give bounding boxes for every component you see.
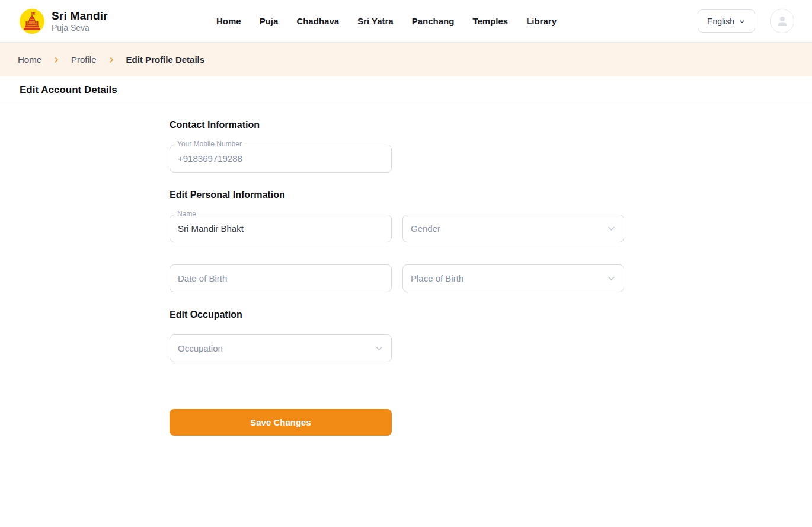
name-field: Name	[170, 215, 392, 242]
gender-select[interactable]: Gender	[402, 215, 624, 242]
user-icon	[775, 14, 790, 29]
chevron-down-icon	[375, 344, 383, 353]
chevron-down-icon	[607, 224, 616, 233]
header: Sri Mandir Puja Seva Home Puja Chadhava …	[0, 0, 812, 43]
breadcrumb-home[interactable]: Home	[18, 55, 41, 65]
name-label: Name	[175, 210, 199, 218]
save-changes-button[interactable]: Save Changes	[170, 409, 392, 436]
nav-item-home[interactable]: Home	[216, 16, 241, 26]
language-label: English	[707, 17, 734, 26]
section-heading-personal: Edit Personal Information	[170, 190, 812, 200]
page-title: Edit Account Details	[20, 84, 117, 96]
nav-item-temples[interactable]: Temples	[472, 16, 508, 26]
avatar[interactable]	[770, 9, 794, 33]
nav-item-chadhava[interactable]: Chadhava	[296, 16, 339, 26]
title-bar: Edit Account Details	[0, 76, 812, 104]
date-of-birth-input[interactable]	[170, 264, 392, 292]
gender-placeholder: Gender	[411, 223, 440, 234]
breadcrumb: Home Profile Edit Profile Details	[0, 43, 812, 76]
chevron-down-icon	[739, 18, 746, 25]
language-selector[interactable]: English	[698, 9, 755, 33]
breadcrumb-current: Edit Profile Details	[126, 55, 205, 65]
chevron-down-icon	[607, 274, 616, 283]
nav-item-library[interactable]: Library	[526, 16, 557, 26]
header-actions: English	[698, 9, 794, 33]
personal-information-section: Edit Personal Information Name Gender Pl…	[170, 190, 812, 292]
mobile-number-field: Your Mobile Number	[170, 145, 392, 173]
contact-information-section: Contact Information Your Mobile Number	[170, 120, 812, 173]
date-of-birth-field	[170, 264, 392, 292]
brand-text: Sri Mandir Puja Seva	[52, 9, 108, 33]
sri-mandir-logo-icon	[20, 9, 44, 34]
place-of-birth-placeholder: Place of Birth	[411, 273, 463, 283]
section-heading-occupation: Edit Occupation	[170, 309, 812, 320]
edit-account-form: Contact Information Your Mobile Number E…	[0, 104, 812, 436]
occupation-select[interactable]: Occupation	[170, 334, 392, 362]
place-of-birth-select[interactable]: Place of Birth	[402, 264, 624, 292]
brand-subtitle: Puja Seva	[52, 23, 108, 33]
breadcrumb-profile[interactable]: Profile	[71, 55, 97, 65]
occupation-section: Edit Occupation Occupation	[170, 309, 812, 362]
occupation-placeholder: Occupation	[178, 343, 223, 353]
mobile-number-input[interactable]	[170, 145, 392, 173]
nav-item-panchang[interactable]: Panchang	[412, 16, 455, 26]
brand[interactable]: Sri Mandir Puja Seva	[20, 9, 216, 34]
nav-item-puja[interactable]: Puja	[260, 16, 279, 26]
mobile-number-label: Your Mobile Number	[175, 140, 244, 148]
main-nav: Home Puja Chadhava Sri Yatra Panchang Te…	[216, 16, 557, 26]
name-input[interactable]	[170, 215, 392, 242]
nav-item-sri-yatra[interactable]: Sri Yatra	[357, 16, 394, 26]
chevron-right-icon	[53, 56, 60, 63]
section-heading-contact: Contact Information	[170, 120, 812, 130]
chevron-right-icon	[108, 56, 115, 63]
brand-title: Sri Mandir	[52, 9, 108, 23]
